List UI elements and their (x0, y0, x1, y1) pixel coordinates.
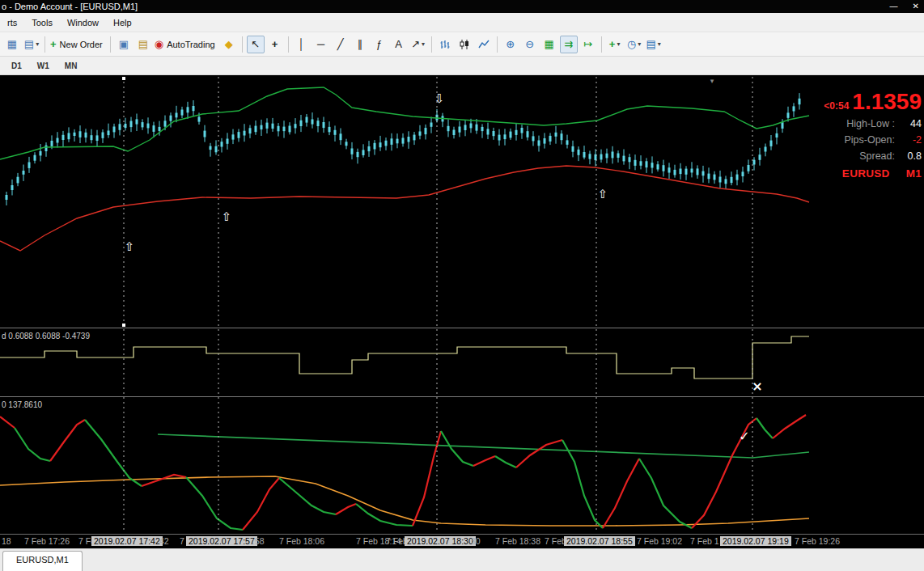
chart-tab-eurusd-m1[interactable]: EURUSD,M1 (2, 551, 83, 571)
indicator1-label: d 0.6088 0.6088 -0.4739 (2, 332, 90, 340)
crosshair-icon: + (272, 38, 278, 51)
toolbar-trendline-button[interactable]: ╱ (332, 36, 350, 53)
minimize-button[interactable]: — (890, 1, 898, 12)
template-menu-icon: ▤ (646, 38, 656, 51)
tile-windows-icon: ▦ (545, 38, 554, 51)
template-menu-caret-icon: ▾ (658, 40, 661, 48)
arrows-tool-icon: ↗ (411, 38, 420, 51)
scroll-marker: ▾ (710, 77, 714, 85)
toolbar-profiles-button[interactable]: ▤▾ (23, 36, 40, 53)
toolbar-fibonacci-button[interactable]: ƒ (371, 36, 388, 53)
profiles-icon: ▤ (24, 38, 34, 51)
toolbar-line-chart-mode-button[interactable] (475, 36, 493, 53)
time-axis-label: 7 Feb 1 (690, 536, 719, 546)
x-mark: × (752, 379, 762, 394)
time-axis-label: 7 Feb 18:06 (279, 536, 324, 546)
time-axis-label: 30 (471, 536, 481, 546)
chart-shift-icon: ↦ (583, 38, 592, 51)
toolbar-template-menu-button[interactable]: ▤▾ (645, 36, 663, 53)
fibonacci-icon: ƒ (376, 38, 382, 51)
toolbar-new-chart-button[interactable]: ▦ (3, 36, 21, 53)
toolbar-tile-windows-button[interactable]: ▦ (540, 36, 558, 53)
toolbar-data-window-button[interactable]: ▤ (134, 36, 152, 53)
periods-icon: ◷ (627, 38, 636, 51)
timeframe-w1-button[interactable]: W1 (31, 59, 56, 73)
zoom-in-icon: ⊕ (506, 38, 515, 51)
current-price: 1.1359 (852, 90, 922, 114)
toolbar-zoom-out-button[interactable]: ⊖ (521, 36, 539, 53)
autotrading-label: AutoTrading (167, 40, 215, 49)
menu-item-tools[interactable]: Tools (24, 15, 60, 31)
toolbar-indicators-button[interactable]: +▾ (606, 36, 624, 53)
toolbar-market-watch-button[interactable]: ▣ (115, 36, 133, 53)
symbol-timeframe: M1 (906, 167, 922, 180)
time-axis-crosshair-label: 2019.02.07 19:19 (720, 536, 791, 546)
new-order-label: New Order (60, 40, 103, 49)
toolbar-horizontal-line-button[interactable]: ─ (312, 36, 330, 53)
time-axis-label: 42 (159, 536, 169, 546)
menu-item-help[interactable]: Help (106, 15, 139, 31)
toolbar-candlestick-mode-button[interactable] (456, 36, 473, 53)
toolbar-separator (288, 36, 289, 53)
autotrading-icon: ◉ (155, 38, 163, 51)
toolbar-templates-flag-button[interactable]: ◆ (220, 36, 238, 53)
timeframe-bar: D1W1MN (0, 57, 924, 75)
toolbar-vertical-line-button[interactable]: │ (293, 36, 311, 53)
check-mark: ✓ (739, 429, 749, 444)
mt4-window: o - Demo Account - [EURUSD,M1] — ✕ rtsTo… (0, 0, 924, 571)
chart-canvas[interactable]: ⇧⇧⇧⇩×✓▾ (0, 75, 924, 534)
symbol-name: EURUSD (842, 167, 890, 180)
symbol-label: EURUSDM1 (824, 167, 922, 180)
toolbar-new-order-button[interactable]: +New Order (49, 36, 106, 53)
toolbar-equidistant-channel-button[interactable]: ∥ (351, 36, 369, 53)
toolbar-separator (110, 36, 111, 53)
up-arrow: ⇧ (125, 239, 135, 254)
up-arrow: ⇧ (598, 187, 608, 201)
toolbar-chart-shift-button[interactable]: ↦ (579, 36, 597, 53)
down-arrow: ⇩ (434, 91, 445, 106)
toolbar-separator (431, 36, 432, 53)
time-axis-crosshair-label: 2019.02.07 18:30 (405, 536, 476, 546)
toolbar-bar-chart-mode-button[interactable] (436, 36, 454, 53)
timeframe-mn-button[interactable]: MN (58, 59, 84, 73)
stat-row: Pips-Open:-2 (824, 132, 922, 148)
time-axis-crosshair-label: 2019.02.07 17:42 (91, 536, 163, 546)
price-row: <0:54 1.1359 (824, 90, 922, 114)
stat-label: Spread: (859, 148, 895, 164)
menu-item-rts[interactable]: rts (0, 15, 24, 31)
toolbar-auto-scroll-button[interactable]: ⇉ (560, 36, 578, 53)
time-axis-crosshair-label: 2019.02.07 18:55 (564, 536, 635, 546)
arrows-tool-caret-icon: ▾ (422, 40, 425, 48)
candlestick-mode-icon (458, 38, 471, 51)
toolbar-arrows-tool-button[interactable]: ↗▾ (409, 36, 427, 53)
toolbar-cursor-button[interactable]: ↖ (247, 36, 265, 53)
stat-row: Spread:0.8 (824, 148, 922, 164)
toolbar-crosshair-button[interactable]: + (266, 36, 284, 53)
menu-bar: rtsToolsWindowHelp (0, 13, 924, 32)
stat-value: 0.8 (901, 148, 922, 164)
time-axis-label: :58 (252, 536, 265, 546)
line-chart-mode-icon (477, 38, 490, 51)
toolbar-periods-button[interactable]: ◷▾ (625, 36, 643, 53)
time-axis-crosshair-label: 2019.02.07 17:57 (186, 536, 257, 546)
timeframe-d1-button[interactable]: D1 (5, 59, 28, 73)
status-bar: EURUSD,M1 (0, 548, 924, 571)
toolbar-separator (45, 36, 45, 53)
new-order-icon: + (50, 38, 57, 51)
bar-chart-mode-icon (439, 38, 451, 51)
equidistant-channel-icon: ∥ (357, 38, 362, 51)
menu-item-window[interactable]: Window (60, 15, 106, 31)
horizontal-line-icon: ─ (317, 38, 324, 51)
time-axis[interactable]: 187 Feb 17:267 Feb2019.02.07 17:42427 Fe… (0, 534, 924, 548)
chart-area[interactable]: ⇧⇧⇧⇩×✓▾ <0:54 1.1359 High-Low :44Pips-Op… (0, 75, 924, 534)
trendline-icon: ╱ (337, 38, 344, 51)
toolbar-text-tool-button[interactable]: A (390, 36, 408, 53)
templates-flag-icon: ◆ (225, 38, 233, 51)
toolbar-zoom-in-button[interactable]: ⊕ (502, 36, 519, 53)
time-axis-label: 7 Feb 17:26 (24, 536, 70, 546)
close-button[interactable]: ✕ (913, 1, 919, 12)
toolbar-autotrading-button[interactable]: ◉AutoTrading (154, 36, 218, 53)
indicators-caret-icon: ▾ (617, 40, 620, 48)
toolbar: ▦▤▾+New Order▣▤◉AutoTrading◆↖+│─╱∥ƒA↗▾⊕⊖… (0, 32, 924, 57)
window-title: o - Demo Account - [EURUSD,M1] (2, 2, 138, 11)
